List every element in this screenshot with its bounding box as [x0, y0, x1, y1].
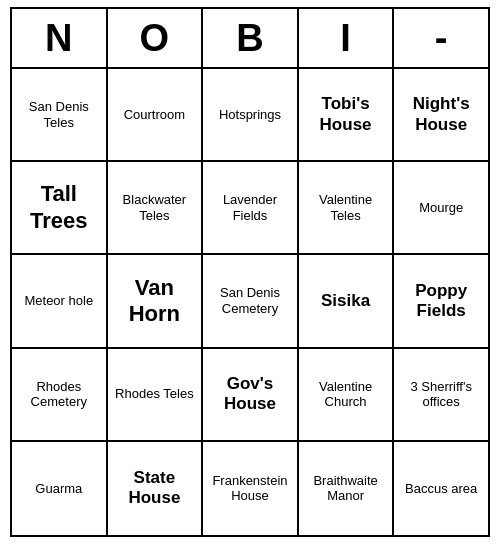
- header-cell-I: I: [299, 9, 395, 69]
- cell-1-1: Blackwater Teles: [108, 162, 204, 255]
- cell-3-3: Valentine Church: [299, 349, 395, 442]
- cell-2-0: Meteor hole: [12, 255, 108, 348]
- cell-2-4: Poppy Fields: [394, 255, 488, 348]
- grid-row-2: Meteor holeVan HornSan Denis CemeterySis…: [12, 255, 488, 348]
- cell-4-2: Frankenstein House: [203, 442, 299, 535]
- cell-2-1: Van Horn: [108, 255, 204, 348]
- cell-0-2: Hotsprings: [203, 69, 299, 162]
- grid-row-0: San Denis TelesCourtroomHotspringsTobi's…: [12, 69, 488, 162]
- grid-row-3: Rhodes CemeteryRhodes TelesGov's HouseVa…: [12, 349, 488, 442]
- cell-0-3: Tobi's House: [299, 69, 395, 162]
- header-cell-O: O: [108, 9, 204, 69]
- cell-0-4: Night's House: [394, 69, 488, 162]
- cell-3-0: Rhodes Cemetery: [12, 349, 108, 442]
- cell-1-0: Tall Trees: [12, 162, 108, 255]
- grid: San Denis TelesCourtroomHotspringsTobi's…: [12, 69, 488, 535]
- header-cell-B: B: [203, 9, 299, 69]
- cell-4-4: Baccus area: [394, 442, 488, 535]
- bingo-card: NOBI- San Denis TelesCourtroomHotsprings…: [10, 7, 490, 537]
- header-cell-N: N: [12, 9, 108, 69]
- cell-3-4: 3 Sherriff's offices: [394, 349, 488, 442]
- cell-4-3: Braithwaite Manor: [299, 442, 395, 535]
- cell-1-2: Lavender Fields: [203, 162, 299, 255]
- grid-row-1: Tall TreesBlackwater TelesLavender Field…: [12, 162, 488, 255]
- cell-2-2: San Denis Cemetery: [203, 255, 299, 348]
- cell-1-3: Valentine Teles: [299, 162, 395, 255]
- cell-4-1: State House: [108, 442, 204, 535]
- cell-0-0: San Denis Teles: [12, 69, 108, 162]
- cell-3-1: Rhodes Teles: [108, 349, 204, 442]
- cell-4-0: Guarma: [12, 442, 108, 535]
- cell-1-4: Mourge: [394, 162, 488, 255]
- cell-3-2: Gov's House: [203, 349, 299, 442]
- header-row: NOBI-: [12, 9, 488, 69]
- header-cell--: -: [394, 9, 488, 69]
- grid-row-4: GuarmaState HouseFrankenstein HouseBrait…: [12, 442, 488, 535]
- cell-0-1: Courtroom: [108, 69, 204, 162]
- cell-2-3: Sisika: [299, 255, 395, 348]
